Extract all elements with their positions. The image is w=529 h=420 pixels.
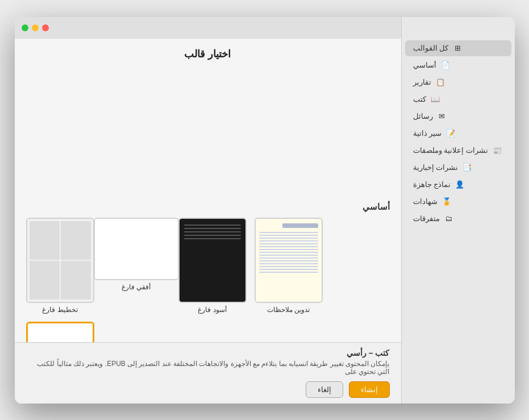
- sidebar-item-letters-label: رسائل: [413, 112, 433, 120]
- dialog-title: اختيار قالب: [15, 39, 401, 192]
- blank-thumb: [28, 323, 93, 342]
- basic-section-title: أساسي: [26, 202, 390, 212]
- template-horizontal-blank[interactable]: أفقي فارغ: [102, 218, 170, 314]
- dark-lined-paper: [180, 219, 245, 302]
- sidebar: ⊞ كل القوالب 📄 أساسي 📋 تقارير 📖 كتب ✉ رس…: [401, 17, 515, 404]
- certs-icon: 🏅: [442, 197, 451, 206]
- template-note[interactable]: تدوين ملاحظات: [255, 218, 323, 314]
- sidebar-item-all-label: كل القوالب: [413, 44, 449, 52]
- sidebar-item-certs[interactable]: 🏅 شهادات: [405, 194, 511, 210]
- footer-actions: إنشاء إلغاء: [26, 381, 390, 398]
- create-button[interactable]: إنشاء: [349, 381, 390, 398]
- template-thumb-horizontal[interactable]: [94, 218, 179, 280]
- grid-thumb: [27, 219, 93, 302]
- minimize-button[interactable]: [32, 24, 39, 31]
- sidebar-item-letters[interactable]: ✉ رسائل: [405, 109, 511, 124]
- blank-thumb-h: [95, 219, 178, 279]
- template-dark-blank-label: أسود فارغ: [198, 306, 226, 314]
- close-button[interactable]: [42, 24, 49, 31]
- sidebar-item-misc[interactable]: 🗂 متفرقات: [405, 211, 511, 227]
- basic-icon: 📄: [441, 61, 450, 70]
- resume-icon: 📝: [446, 129, 455, 138]
- sidebar-item-ready[interactable]: 👤 نماذج جاهزة: [405, 177, 511, 193]
- all-templates-icon: ⊞: [453, 44, 462, 53]
- basic-templates-grid: تدوين ملاحظات أسود فارغ: [26, 218, 390, 342]
- sidebar-item-certs-label: شهادات: [413, 197, 438, 206]
- sidebar-item-news-label: نشرات إخبارية: [413, 163, 459, 172]
- sidebar-item-misc-label: متفرقات: [413, 214, 440, 223]
- sidebar-item-resume-label: سير ذاتية: [413, 129, 442, 138]
- template-note-label: تدوين ملاحظات: [267, 306, 310, 314]
- traffic-lights: [22, 24, 49, 31]
- template-thumb-layout[interactable]: [26, 218, 94, 303]
- footer: كتب – رأسي يإمكان المحتوى تغيير طريقة ان…: [15, 342, 401, 404]
- template-chooser-dialog: ⊞ كل القوالب 📄 أساسي 📋 تقارير 📖 كتب ✉ رس…: [15, 17, 515, 404]
- sidebar-item-books-label: كتب: [413, 95, 426, 103]
- template-dark-blank[interactable]: أسود فارغ: [178, 218, 247, 314]
- content-area[interactable]: أساسي تدوين ملاحظات: [15, 192, 401, 342]
- sidebar-item-ready-label: نماذج جاهزة: [413, 180, 451, 189]
- cancel-button[interactable]: إلغاء: [306, 381, 343, 398]
- sidebar-item-basic[interactable]: 📄 أساسي: [405, 57, 511, 73]
- zoom-button[interactable]: [22, 24, 28, 31]
- template-thumb-dark-blank[interactable]: [178, 218, 247, 303]
- reports-icon: 📋: [436, 78, 445, 87]
- news-icon: 📑: [463, 163, 472, 172]
- books-icon: 📖: [431, 95, 440, 104]
- template-horizontal-blank-label: أفقي فارغ: [122, 283, 151, 291]
- template-thumb-blank[interactable]: فارغ: [26, 322, 94, 342]
- ready-icon: 👤: [455, 180, 464, 189]
- letters-icon: ✉: [438, 112, 447, 121]
- note-thumb: [256, 219, 322, 302]
- sidebar-item-basic-label: أساسي: [413, 61, 436, 69]
- template-layout-blank[interactable]: تخطيط فارغ: [26, 218, 94, 314]
- footer-description: يإمكان المحتوى تغيير طريقة انسيابه بما ي…: [26, 360, 390, 376]
- sidebar-item-flyers-label: نشرات إعلانية وملصقات: [413, 146, 488, 155]
- sidebar-item-flyers[interactable]: 📰 نشرات إعلانية وملصقات: [405, 143, 511, 159]
- sidebar-item-books[interactable]: 📖 كتب: [405, 92, 511, 107]
- misc-icon: 🗂: [444, 214, 453, 223]
- sidebar-item-reports[interactable]: 📋 تقارير: [405, 74, 511, 90]
- sidebar-item-resume[interactable]: 📝 سير ذاتية: [405, 126, 511, 142]
- template-thumb-note[interactable]: [255, 218, 323, 303]
- titlebar: [15, 17, 401, 39]
- template-layout-blank-label: تخطيط فارغ: [42, 306, 77, 314]
- main-content: اختيار قالب أساسي: [15, 17, 401, 404]
- template-blank[interactable]: فارغ فارغ: [26, 322, 94, 342]
- sidebar-item-news[interactable]: 📑 نشرات إخبارية: [405, 160, 511, 176]
- sidebar-item-reports-label: تقارير: [413, 78, 431, 86]
- sidebar-item-all[interactable]: ⊞ كل القوالب: [405, 40, 511, 56]
- footer-section-title: كتب – رأسي: [26, 348, 390, 357]
- flyers-icon: 📰: [493, 146, 502, 155]
